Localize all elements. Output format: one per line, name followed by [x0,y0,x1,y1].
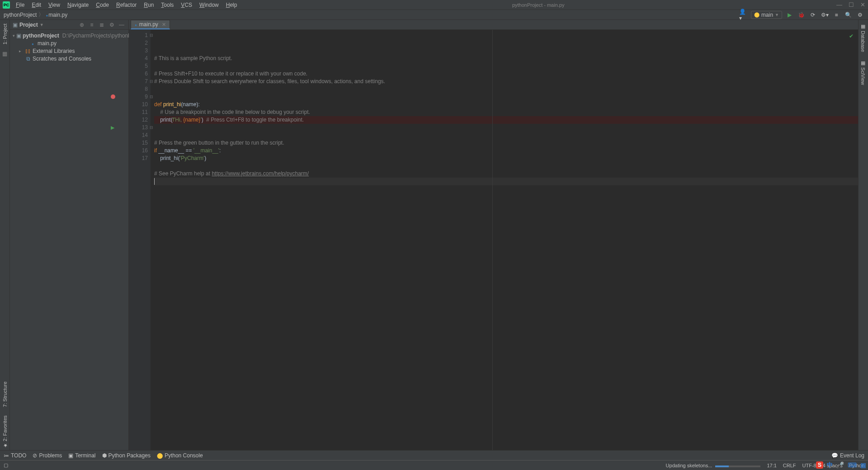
menu-window[interactable]: Window [196,1,222,9]
run-with-coverage-button[interactable]: ⟳ [808,10,817,19]
caret-position[interactable]: 17:1 [767,463,776,468]
status-bar: ▢ Updating skeletons... 17:1 CRLF UTF-8 … [0,460,868,470]
menu-run[interactable]: Run [141,1,157,9]
scratches-label: Scratches and Consoles [33,56,91,62]
breadcrumb-project[interactable]: pythonProject [4,12,37,18]
event-log-tool[interactable]: 💬Event Log [831,452,864,459]
structure-tool-tab[interactable]: 7: Structure [2,380,8,409]
alert-icon: ⊘ [33,452,37,459]
project-panel-header: ▣ Project ▼ ⊕ ≡ ≣ ⚙ — [10,20,128,30]
sogou-ime-icon[interactable]: S [816,461,823,469]
debug-button[interactable]: 🐞 [797,10,806,19]
run-gutter-icon[interactable]: ▶ [111,124,114,132]
database-tool-tab[interactable]: ▦ Database [860,22,866,54]
right-tool-rail: ▦ Database ▦ SciView [858,20,868,450]
commit-tool-icon[interactable]: ▦ [2,51,7,57]
chevron-right-icon: ▸ [19,49,24,53]
python-packages-tool[interactable]: ⬢Python Packages [102,452,151,459]
folder-icon: ▣ [16,33,21,39]
sciview-tool-tab[interactable]: ▦ SciView [860,58,866,87]
project-tool-tab[interactable]: 1: Project [2,22,8,46]
python-icon: ⬤ [754,12,760,18]
python-console-tool[interactable]: ⬤Python Console [157,452,203,459]
collapse-all-icon[interactable]: ≣ [98,22,106,28]
scratches-icon: ⧉ [25,56,31,62]
microphone-icon[interactable]: 🎤 [836,461,844,469]
settings-button[interactable]: ⚙ [855,10,864,19]
menu-view[interactable]: View [45,1,63,9]
menu-vcs[interactable]: VCS [178,1,195,9]
tab-label: main.py [139,21,158,28]
file-encoding[interactable]: UTF-8 [802,463,816,468]
margin-guide [492,30,493,450]
external-libraries-label: External Libraries [33,48,75,54]
run-config-name: main [761,12,773,18]
python-file-icon [30,40,36,47]
tool-window-toggle-icon[interactable]: ▢ [4,462,8,468]
folder-icon: ▣ [13,22,18,28]
terminal-tool[interactable]: ▣Terminal [68,452,95,459]
chevron-down-icon[interactable]: ▼ [40,23,44,27]
main-content: 1: Project ▦ 7: Structure ★ 2: Favorites… [0,20,868,450]
tree-scratches[interactable]: ⧉ Scratches and Consoles [10,55,128,62]
close-tab-icon[interactable]: ✕ [162,22,166,28]
line-separator[interactable]: CRLF [783,463,796,468]
speech-icon: 💬 [831,452,838,459]
project-panel: ▣ Project ▼ ⊕ ≡ ≣ ⚙ — ▾ ▣ pythonProject … [10,20,129,450]
menu-navigate[interactable]: Navigate [64,1,92,9]
main-menu: FileEditViewNavigateCodeRefactorRunTools… [13,1,240,9]
editor-area: main.py ✕ 1⊟234567⊟89⊟10111213▶⊟14151617… [129,20,858,450]
window-controls: — ☐ ✕ [836,1,865,8]
project-panel-title: Project [19,22,38,28]
tree-file-name: main.py [38,40,57,47]
favorites-tool-tab[interactable]: ★ 2: Favorites [2,414,8,450]
minimize-button[interactable]: — [836,1,842,8]
breakpoint-icon[interactable] [111,94,115,99]
background-task-status[interactable]: Updating skeletons... [666,463,761,468]
left-tool-rail: 1: Project ▦ 7: Structure ★ 2: Favorites [0,20,10,450]
code-editor[interactable]: 1⊟234567⊟89⊟10111213▶⊟14151617 # This is… [129,30,858,450]
menu-refactor[interactable]: Refactor [113,1,140,9]
app-icon: PC [3,1,10,9]
editor-gutter[interactable]: 1⊟234567⊟89⊟10111213▶⊟14151617 [129,30,151,450]
title-bar: PC FileEditViewNavigateCodeRefactorRunTo… [0,0,868,10]
search-everywhere-button[interactable]: 🔍 [844,10,853,19]
apps-grid-icon[interactable]: ▦ [860,461,866,469]
tree-external-libraries[interactable]: ▸ ⫿⫿ External Libraries [10,47,128,55]
project-root-name: pythonProject [23,33,59,39]
editor-tabs: main.py ✕ [129,20,858,30]
problems-tool[interactable]: ⊘Problems [33,452,62,459]
tree-root[interactable]: ▾ ▣ pythonProject D:\PycharmProjects\pyt… [10,32,128,39]
run-configuration-selector[interactable]: ⬤ main ▼ [751,11,782,19]
settings-icon[interactable]: ⚙ [108,22,116,28]
menu-code[interactable]: Code [93,1,112,9]
menu-tools[interactable]: Tools [158,1,177,9]
run-button[interactable]: ▶ [785,10,794,19]
project-tree: ▾ ▣ pythonProject D:\PycharmProjects\pyt… [10,30,128,64]
editor-code[interactable]: # This is a sample Python script.# Press… [151,30,858,450]
todo-tool[interactable]: ≔TODO [4,452,26,459]
keyboard-icon[interactable]: ⌨ [848,461,857,469]
packages-icon: ⬢ [102,452,107,459]
inspection-ok-icon[interactable]: ✔ [849,33,854,40]
menu-file[interactable]: File [13,1,28,9]
breadcrumb-separator: 〉 [38,11,44,19]
stop-button: ■ [832,10,841,19]
editor-tab-main[interactable]: main.py ✕ [131,20,170,29]
breadcrumb-file[interactable]: main.py [48,12,67,18]
user-icon[interactable]: 👤▾ [739,10,748,19]
profile-button[interactable]: ⚙▾ [820,10,829,19]
library-icon: ⫿⫿ [25,48,31,54]
python-icon: ⬤ [157,452,163,459]
chevron-down-icon: ▼ [775,13,779,17]
tree-file-main[interactable]: main.py [10,39,128,47]
menu-edit[interactable]: Edit [28,1,44,9]
locate-icon[interactable]: ⊕ [78,22,86,28]
maximize-button[interactable]: ☐ [849,1,854,8]
hide-icon[interactable]: — [118,22,126,28]
close-button[interactable]: ✕ [860,1,865,8]
python-file-icon [135,21,137,28]
expand-all-icon[interactable]: ≡ [88,22,96,28]
ime-language-icon[interactable]: 中 [827,461,833,469]
menu-help[interactable]: Help [223,1,241,9]
